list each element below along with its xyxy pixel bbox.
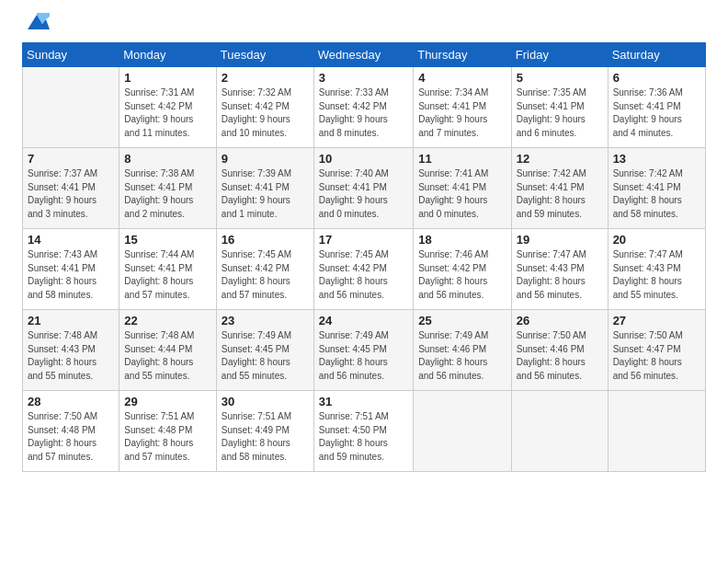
day-number: 8 bbox=[124, 152, 211, 166]
calendar-cell: 4Sunrise: 7:34 AMSunset: 4:41 PMDaylight… bbox=[414, 67, 512, 148]
day-number: 13 bbox=[613, 152, 700, 166]
day-number: 7 bbox=[28, 152, 114, 166]
logo-icon bbox=[24, 13, 50, 33]
day-info: Sunrise: 7:49 AMSunset: 4:45 PMDaylight:… bbox=[319, 329, 408, 383]
day-number: 21 bbox=[28, 314, 114, 327]
day-info: Sunrise: 7:38 AMSunset: 4:41 PMDaylight:… bbox=[124, 167, 211, 221]
day-info: Sunrise: 7:49 AMSunset: 4:45 PMDaylight:… bbox=[222, 329, 309, 383]
day-info: Sunrise: 7:49 AMSunset: 4:46 PMDaylight:… bbox=[418, 329, 506, 383]
day-number: 20 bbox=[613, 233, 700, 247]
day-info: Sunrise: 7:46 AMSunset: 4:42 PMDaylight:… bbox=[418, 248, 506, 302]
calendar-cell: 21Sunrise: 7:48 AMSunset: 4:43 PMDayligh… bbox=[23, 310, 119, 391]
day-number: 22 bbox=[124, 314, 211, 327]
day-info: Sunrise: 7:42 AMSunset: 4:41 PMDaylight:… bbox=[517, 167, 603, 221]
day-number: 27 bbox=[613, 314, 700, 327]
calendar-cell: 25Sunrise: 7:49 AMSunset: 4:46 PMDayligh… bbox=[414, 310, 512, 391]
day-number: 16 bbox=[222, 233, 309, 247]
day-number: 4 bbox=[418, 71, 506, 85]
day-info: Sunrise: 7:33 AMSunset: 4:42 PMDaylight:… bbox=[319, 86, 408, 140]
calendar-cell: 5Sunrise: 7:35 AMSunset: 4:41 PMDaylight… bbox=[511, 67, 608, 148]
day-number: 17 bbox=[319, 233, 408, 247]
day-info: Sunrise: 7:40 AMSunset: 4:41 PMDaylight:… bbox=[319, 167, 408, 221]
calendar-cell bbox=[511, 391, 608, 472]
day-number: 6 bbox=[613, 71, 700, 85]
calendar-cell: 18Sunrise: 7:46 AMSunset: 4:42 PMDayligh… bbox=[414, 229, 512, 310]
calendar-cell: 19Sunrise: 7:47 AMSunset: 4:43 PMDayligh… bbox=[511, 229, 608, 310]
day-number: 29 bbox=[124, 395, 211, 408]
col-wednesday: Wednesday bbox=[313, 43, 413, 67]
calendar-week-row: 14Sunrise: 7:43 AMSunset: 4:41 PMDayligh… bbox=[23, 229, 706, 310]
calendar-cell: 27Sunrise: 7:50 AMSunset: 4:47 PMDayligh… bbox=[608, 310, 705, 391]
day-info: Sunrise: 7:48 AMSunset: 4:44 PMDaylight:… bbox=[124, 329, 211, 383]
day-number: 23 bbox=[222, 314, 309, 327]
day-info: Sunrise: 7:43 AMSunset: 4:41 PMDaylight:… bbox=[28, 248, 114, 302]
day-number: 10 bbox=[319, 152, 408, 166]
day-number: 14 bbox=[28, 233, 114, 247]
day-number: 30 bbox=[222, 395, 309, 408]
day-number: 25 bbox=[418, 314, 506, 327]
calendar-cell bbox=[608, 391, 705, 472]
col-tuesday: Tuesday bbox=[216, 43, 313, 67]
calendar-cell: 23Sunrise: 7:49 AMSunset: 4:45 PMDayligh… bbox=[216, 310, 313, 391]
day-info: Sunrise: 7:47 AMSunset: 4:43 PMDaylight:… bbox=[613, 248, 700, 302]
calendar-cell: 17Sunrise: 7:45 AMSunset: 4:42 PMDayligh… bbox=[313, 229, 413, 310]
day-info: Sunrise: 7:51 AMSunset: 4:48 PMDaylight:… bbox=[124, 410, 211, 464]
day-number: 18 bbox=[418, 233, 506, 247]
calendar-cell: 22Sunrise: 7:48 AMSunset: 4:44 PMDayligh… bbox=[119, 310, 217, 391]
calendar-cell: 3Sunrise: 7:33 AMSunset: 4:42 PMDaylight… bbox=[313, 67, 413, 148]
day-info: Sunrise: 7:42 AMSunset: 4:41 PMDaylight:… bbox=[613, 167, 700, 221]
calendar-week-row: 1Sunrise: 7:31 AMSunset: 4:42 PMDaylight… bbox=[23, 67, 706, 148]
calendar-week-row: 7Sunrise: 7:37 AMSunset: 4:41 PMDaylight… bbox=[23, 148, 706, 229]
day-number: 24 bbox=[319, 314, 408, 327]
calendar-cell: 13Sunrise: 7:42 AMSunset: 4:41 PMDayligh… bbox=[608, 148, 705, 229]
calendar-cell: 1Sunrise: 7:31 AMSunset: 4:42 PMDaylight… bbox=[119, 67, 217, 148]
calendar-cell: 31Sunrise: 7:51 AMSunset: 4:50 PMDayligh… bbox=[313, 391, 413, 472]
day-info: Sunrise: 7:51 AMSunset: 4:50 PMDaylight:… bbox=[319, 410, 408, 464]
calendar-week-row: 21Sunrise: 7:48 AMSunset: 4:43 PMDayligh… bbox=[23, 310, 706, 391]
day-info: Sunrise: 7:50 AMSunset: 4:46 PMDaylight:… bbox=[517, 329, 603, 383]
day-number: 26 bbox=[517, 314, 603, 327]
day-info: Sunrise: 7:44 AMSunset: 4:41 PMDaylight:… bbox=[124, 248, 211, 302]
day-number: 9 bbox=[222, 152, 309, 166]
col-friday: Friday bbox=[511, 43, 608, 67]
day-number: 1 bbox=[124, 71, 211, 85]
page: Sunday Monday Tuesday Wednesday Thursday… bbox=[0, 0, 728, 481]
logo bbox=[22, 17, 50, 33]
day-info: Sunrise: 7:35 AMSunset: 4:41 PMDaylight:… bbox=[517, 86, 603, 140]
calendar-cell: 26Sunrise: 7:50 AMSunset: 4:46 PMDayligh… bbox=[511, 310, 608, 391]
calendar-cell: 24Sunrise: 7:49 AMSunset: 4:45 PMDayligh… bbox=[313, 310, 413, 391]
calendar-cell: 20Sunrise: 7:47 AMSunset: 4:43 PMDayligh… bbox=[608, 229, 705, 310]
calendar-cell: 29Sunrise: 7:51 AMSunset: 4:48 PMDayligh… bbox=[119, 391, 217, 472]
calendar-cell: 15Sunrise: 7:44 AMSunset: 4:41 PMDayligh… bbox=[119, 229, 217, 310]
day-info: Sunrise: 7:47 AMSunset: 4:43 PMDaylight:… bbox=[517, 248, 603, 302]
calendar-body: 1Sunrise: 7:31 AMSunset: 4:42 PMDaylight… bbox=[23, 67, 706, 472]
day-number: 5 bbox=[517, 71, 603, 85]
day-info: Sunrise: 7:48 AMSunset: 4:43 PMDaylight:… bbox=[28, 329, 114, 383]
calendar-cell: 8Sunrise: 7:38 AMSunset: 4:41 PMDaylight… bbox=[119, 148, 217, 229]
calendar-week-row: 28Sunrise: 7:50 AMSunset: 4:48 PMDayligh… bbox=[23, 391, 706, 472]
day-number: 31 bbox=[319, 395, 408, 408]
calendar-cell: 14Sunrise: 7:43 AMSunset: 4:41 PMDayligh… bbox=[23, 229, 119, 310]
day-info: Sunrise: 7:45 AMSunset: 4:42 PMDaylight:… bbox=[319, 248, 408, 302]
calendar-table: Sunday Monday Tuesday Wednesday Thursday… bbox=[22, 42, 706, 472]
col-saturday: Saturday bbox=[608, 43, 705, 67]
calendar-cell: 6Sunrise: 7:36 AMSunset: 4:41 PMDaylight… bbox=[608, 67, 705, 148]
day-info: Sunrise: 7:51 AMSunset: 4:49 PMDaylight:… bbox=[222, 410, 309, 464]
day-number: 11 bbox=[418, 152, 506, 166]
day-info: Sunrise: 7:41 AMSunset: 4:41 PMDaylight:… bbox=[418, 167, 506, 221]
calendar-cell: 30Sunrise: 7:51 AMSunset: 4:49 PMDayligh… bbox=[216, 391, 313, 472]
day-info: Sunrise: 7:31 AMSunset: 4:42 PMDaylight:… bbox=[124, 86, 211, 140]
day-number: 3 bbox=[319, 71, 408, 85]
day-info: Sunrise: 7:39 AMSunset: 4:41 PMDaylight:… bbox=[222, 167, 309, 221]
day-number: 19 bbox=[517, 233, 603, 247]
calendar-cell: 12Sunrise: 7:42 AMSunset: 4:41 PMDayligh… bbox=[511, 148, 608, 229]
calendar-cell: 16Sunrise: 7:45 AMSunset: 4:42 PMDayligh… bbox=[216, 229, 313, 310]
day-number: 12 bbox=[517, 152, 603, 166]
day-info: Sunrise: 7:37 AMSunset: 4:41 PMDaylight:… bbox=[28, 167, 114, 221]
calendar-cell: 9Sunrise: 7:39 AMSunset: 4:41 PMDaylight… bbox=[216, 148, 313, 229]
day-number: 2 bbox=[222, 71, 309, 85]
calendar-cell: 7Sunrise: 7:37 AMSunset: 4:41 PMDaylight… bbox=[23, 148, 119, 229]
calendar-cell bbox=[414, 391, 512, 472]
col-thursday: Thursday bbox=[414, 43, 512, 67]
day-info: Sunrise: 7:50 AMSunset: 4:47 PMDaylight:… bbox=[613, 329, 700, 383]
